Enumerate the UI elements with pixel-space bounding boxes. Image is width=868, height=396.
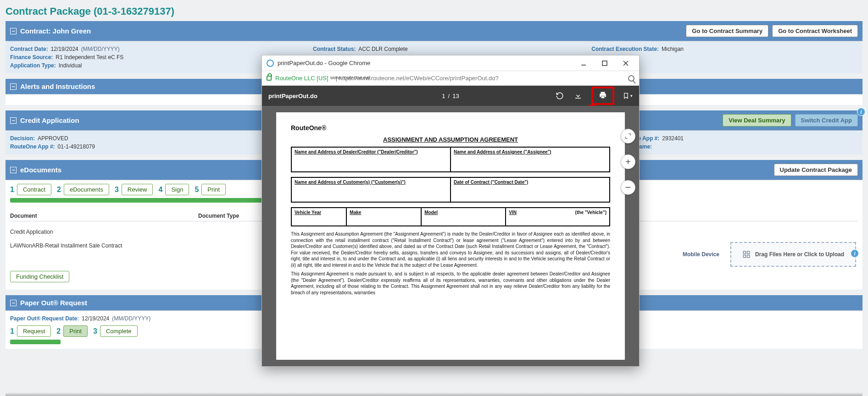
routeone-app-value: 01-1-49218079	[58, 143, 95, 150]
contract-status-label: Contract Status:	[313, 46, 356, 52]
step-number: 4	[158, 186, 162, 194]
collapse-icon[interactable]: −	[10, 300, 17, 306]
switch-credit-app-button[interactable]: Switch Credit App	[795, 114, 858, 126]
vin-cell: VIN (the "Vehicle")	[506, 207, 610, 226]
rotate-icon[interactable]	[555, 91, 565, 101]
source-app-value: 2932401	[662, 135, 684, 142]
paperout-date-format: (MM/DD/YYYY)	[112, 315, 150, 322]
page-current: 1	[442, 93, 445, 99]
paragraph: This Assignment Agreement is made pursua…	[291, 271, 610, 296]
collapse-icon[interactable]: −	[10, 28, 17, 34]
svg-rect-11	[601, 96, 605, 99]
svg-rect-3	[747, 255, 749, 258]
svg-rect-8	[575, 98, 581, 99]
page-total: 13	[452, 93, 459, 99]
document-title: ASSIGNMENT AND ASSUMPTION AGREEMENT	[291, 136, 610, 143]
address-bar[interactable]: RouteOne LLC [US] www.routeone.net | htt…	[262, 71, 639, 86]
contract-date-label: Contract Date:	[10, 46, 48, 52]
execution-state-label: Contract Execution State:	[591, 46, 659, 52]
view-deal-summary-button[interactable]: View Deal Summary	[723, 114, 791, 126]
pdf-file-title: printPaperOut.do	[268, 93, 317, 99]
contract-date-value: 12/19/2024	[51, 46, 78, 52]
finance-source-label: Finance Source:	[10, 54, 53, 60]
zoom-out-icon[interactable]: −	[621, 180, 635, 195]
funding-checklist-button[interactable]: Funding Checklist	[10, 271, 69, 282]
svg-rect-1	[747, 251, 749, 253]
step-edocuments-button[interactable]: eDocuments	[64, 184, 109, 195]
zoom-in-icon[interactable]: +	[621, 154, 635, 169]
paperout-title: Paper Out® Request	[20, 299, 87, 307]
window-title: printPaperOut.do - Google Chrome	[278, 60, 370, 66]
upload-icon	[742, 250, 751, 258]
info-icon[interactable]: i	[851, 249, 859, 258]
decision-value: APPROVED	[38, 135, 68, 142]
step-contract-button[interactable]: Contract	[17, 184, 51, 195]
edocs-progress	[10, 198, 262, 203]
minimize-button[interactable]	[573, 56, 594, 70]
collapse-icon[interactable]: −	[10, 83, 17, 90]
collapse-icon[interactable]: −	[10, 167, 17, 173]
contract-header-title: Contract: John Green	[20, 27, 91, 35]
drop-zone-label: Drag Files Here or Click to Upload	[755, 251, 844, 258]
maximize-icon	[602, 60, 607, 66]
col-document-type: Document Type	[198, 213, 239, 219]
svg-rect-9	[601, 92, 605, 94]
page-sep: /	[448, 93, 450, 99]
make-cell: Make	[347, 207, 422, 226]
file-drop-zone[interactable]: Drag Files Here or Click to Upload i	[730, 242, 856, 267]
step-sign-button[interactable]: Sign	[165, 184, 189, 195]
page-title: Contract Package (01-3-163279137)	[6, 6, 862, 17]
alerts-header-title: Alerts and Instructions	[20, 82, 95, 90]
pdf-page-area[interactable]: RouteOne® ASSIGNMENT AND ASSUMPTION AGRE…	[262, 106, 639, 366]
close-icon	[623, 60, 629, 66]
step-number: 1	[10, 186, 14, 194]
print-popup-window: printPaperOut.do - Google Chrome RouteOn…	[262, 55, 640, 367]
collapse-icon[interactable]: −	[10, 117, 17, 124]
update-contract-package-button[interactable]: Update Contract Package	[774, 164, 858, 176]
routeone-app-label: RouteOne App #:	[10, 143, 55, 150]
paperout-date-value: 12/19/2024	[82, 315, 109, 322]
step-print-button[interactable]: Print	[201, 184, 226, 195]
step-number: 2	[56, 327, 61, 336]
step-number: 3	[115, 186, 119, 194]
address-host: RouteOne LLC [US]	[275, 75, 328, 82]
svg-rect-5	[602, 61, 607, 66]
customer-cell: Name and Address of Customer(s) ("Custom…	[291, 177, 451, 203]
print-icon[interactable]	[598, 90, 608, 100]
contract-date-cell: Date of Contract ("Contract Date")	[451, 177, 610, 203]
go-to-contract-summary-button[interactable]: Go to Contract Summary	[686, 25, 768, 37]
close-button[interactable]	[615, 56, 636, 70]
finance-source-value: R1 Independent Test eC FS	[56, 54, 123, 60]
paragraph: This Assignment and Assumption Agreement…	[291, 231, 610, 268]
credit-app-title: Credit Application	[20, 116, 79, 124]
maximize-button[interactable]	[594, 56, 615, 70]
svg-rect-2	[743, 255, 746, 258]
paperout-date-label: Paper Out® Request Date:	[10, 315, 79, 322]
window-titlebar: printPaperOut.do - Google Chrome	[262, 55, 639, 71]
go-to-contract-worksheet-button[interactable]: Go to Contract Worksheet	[772, 25, 858, 37]
step-print-button[interactable]: Print	[63, 325, 88, 337]
step-request-button[interactable]: Request	[17, 325, 51, 337]
bookmark-icon[interactable]: ▾	[623, 91, 633, 101]
model-cell: Model	[422, 207, 506, 226]
assignee-cell: Name and Address of Assignee ("Assignee"…	[451, 147, 610, 172]
pdf-viewer-toolbar: printPaperOut.do 1 / 13 ▾	[262, 86, 639, 106]
search-icon[interactable]	[628, 75, 634, 82]
address-overlay: www.routeone.net	[330, 75, 371, 80]
contract-panel-header: − Contract: John Green Go to Contract Su…	[6, 21, 862, 41]
decision-label: Decision:	[10, 135, 35, 142]
contract-status-value: ACC DLR Complete	[358, 46, 407, 52]
download-icon[interactable]	[573, 91, 583, 101]
info-icon[interactable]: i	[857, 108, 865, 116]
dealer-creditor-cell: Name and Address of Dealer/Creditor ("De…	[291, 147, 451, 172]
mobile-device-button[interactable]: Mobile Device	[683, 251, 719, 258]
step-review-button[interactable]: Review	[122, 184, 153, 195]
col-document: Document	[10, 213, 180, 219]
edocuments-title: eDocuments	[20, 166, 61, 174]
step-number: 1	[10, 327, 14, 336]
svg-rect-0	[743, 251, 746, 253]
step-number: 3	[93, 327, 97, 336]
step-complete-button[interactable]: Complete	[100, 325, 138, 337]
fit-page-icon[interactable]	[621, 129, 635, 143]
lock-icon	[267, 76, 272, 81]
